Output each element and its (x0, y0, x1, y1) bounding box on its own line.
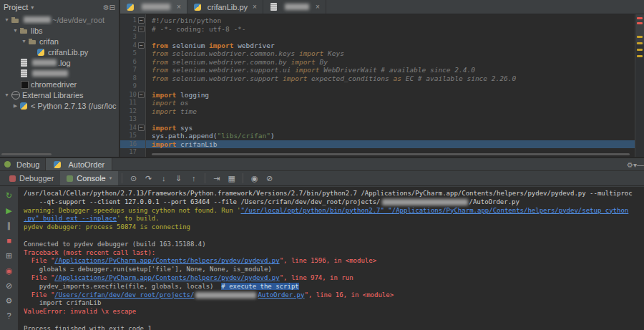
close-icon[interactable]: × (253, 3, 257, 11)
hide-panel-icon[interactable]: — (637, 161, 644, 169)
editor-horizontal-scrollbar[interactable] (152, 153, 630, 155)
tree-item-file-log[interactable]: .log (0, 57, 119, 68)
fold-marker-icon[interactable]: − (138, 26, 145, 32)
settings-gear-icon[interactable]: ⚙ (627, 161, 633, 169)
tree-item-folder-libs[interactable]: ▼libs (0, 25, 119, 36)
settings-gear-icon[interactable]: ⚙ (103, 4, 109, 11)
console-link[interactable]: /Applications/PyCharm.app/Contents/helpe… (54, 274, 279, 281)
tab-console[interactable]: Console▾ (60, 171, 118, 185)
evaluate-expression-icon[interactable]: ▦ (224, 174, 239, 183)
code-line[interactable]: from selenium.webdriver.common.by import… (152, 58, 635, 67)
line-number[interactable]: 9 (120, 82, 145, 91)
line-number[interactable]: 15 (120, 132, 145, 140)
code-line[interactable]: import logging (152, 91, 635, 100)
force-step-into-icon[interactable]: ⇓ (171, 174, 186, 183)
line-number[interactable]: 17 (120, 148, 145, 157)
console-link[interactable]: "/usr/local/opt/python/bin/python2.7" "/… (240, 207, 628, 214)
error-stripe-mark[interactable] (637, 42, 643, 44)
editor-tab-crifanlib[interactable]: crifanLib.py× (187, 0, 263, 14)
code-line[interactable]: #!/usr/bin/python (152, 16, 635, 25)
editor-tab-autoorder[interactable]: × (120, 0, 187, 14)
mute-breakpoints-icon[interactable]: ⊘ (262, 174, 277, 183)
view-breakpoints-icon[interactable]: ◉ (4, 265, 15, 276)
code-line[interactable] (152, 82, 635, 91)
view-breakpoints-icon[interactable]: ◉ (247, 174, 262, 183)
step-over-icon[interactable]: ↷ (141, 174, 156, 183)
rerun-icon[interactable]: ↻ (4, 190, 15, 201)
console-link[interactable]: /Users/crifan/dev/dev_root/projects/ (54, 291, 194, 299)
mute-breakpoints-icon[interactable]: ⊘ (4, 280, 15, 291)
line-number[interactable]: 12 (120, 107, 145, 116)
code-line[interactable]: import time (152, 107, 635, 116)
error-stripe-mark[interactable] (637, 36, 643, 38)
error-stripe-mark[interactable] (637, 22, 643, 24)
tree-item-folder-crifan[interactable]: ▼crifan (0, 36, 119, 47)
line-number[interactable]: 11 (120, 99, 145, 107)
code-line[interactable]: from selenium.webdriver.support import e… (152, 74, 635, 83)
line-number[interactable]: 16 (120, 140, 145, 149)
chevron-down-icon[interactable]: ▾ (31, 4, 34, 11)
step-into-icon[interactable]: ↓ (156, 174, 171, 183)
tree-item-file-chromedriver[interactable]: chromedriver (0, 79, 119, 89)
close-icon[interactable]: × (316, 3, 320, 11)
tree-item-file-crifanlib[interactable]: crifanLib.py (0, 47, 119, 57)
collapse-all-icon[interactable]: ⊟ (109, 4, 115, 11)
tab-debugger[interactable]: Debugger (3, 171, 60, 185)
line-number[interactable]: 3 (120, 33, 145, 42)
console-line: File "/Applications/PyCharm.app/Contents… (24, 274, 644, 283)
stop-icon[interactable]: ■ (4, 235, 15, 246)
code-line[interactable]: import crifanLib (146, 140, 635, 149)
editor-tab-redacted[interactable]: × (263, 0, 326, 14)
fold-marker-icon[interactable]: − (138, 125, 145, 131)
code-line[interactable]: sys.path.append("libs/crifan") (152, 132, 635, 140)
tree-item-external-libraries[interactable]: ▼External Libraries (0, 89, 119, 100)
code-line[interactable]: import sys (152, 124, 635, 132)
show-execution-point-icon[interactable]: ⊙ (126, 174, 141, 183)
help-icon[interactable]: ? (4, 310, 15, 321)
code-line[interactable]: import os (152, 99, 635, 107)
editor-code[interactable]: #!/usr/bin/python# -*- coding: utf-8 -*-… (146, 14, 635, 157)
line-number[interactable]: 5 (120, 49, 145, 58)
project-panel-title[interactable]: Project (4, 3, 28, 11)
chevron-expanded-icon[interactable]: ▼ (3, 17, 11, 22)
step-out-icon[interactable]: ↑ (186, 174, 201, 183)
chevron-collapsed-icon[interactable]: ▶ (11, 103, 19, 109)
console-link[interactable]: .py" build_ext --inplace (24, 215, 117, 222)
error-stripe-mark[interactable] (637, 17, 643, 19)
console-link[interactable]: AutoOrder.py (258, 291, 304, 299)
fold-marker-icon[interactable]: − (138, 92, 145, 98)
chevron-expanded-icon[interactable]: ▼ (3, 92, 11, 97)
fold-marker-icon[interactable]: − (138, 42, 145, 49)
line-number[interactable]: 6 (120, 58, 145, 67)
code-line[interactable] (152, 33, 635, 42)
close-icon[interactable]: × (177, 3, 181, 11)
error-stripe[interactable] (635, 14, 644, 157)
run-to-cursor-icon[interactable]: ⇥ (209, 174, 224, 183)
pause-icon[interactable]: ∥ (4, 220, 15, 231)
console-link[interactable]: /Applications/PyCharm.app/Contents/helpe… (54, 257, 279, 264)
chevron-expanded-icon[interactable]: ▼ (11, 28, 19, 33)
code-line[interactable]: from selenium import webdriver (152, 42, 635, 50)
line-number[interactable]: 13 (120, 115, 145, 124)
chevron-expanded-icon[interactable]: ▼ (20, 39, 28, 44)
tree-item-file-redacted[interactable] (0, 68, 119, 79)
resume-icon[interactable]: ▶ (4, 205, 15, 216)
settings-icon[interactable]: ⚙ (4, 295, 15, 306)
chevron-down-icon[interactable]: ▾ (109, 175, 112, 181)
code-line[interactable]: from selenium.webdriver.support.ui impor… (152, 66, 635, 74)
restore-layout-icon[interactable]: ⊞ (4, 250, 15, 261)
tree-item-project-root[interactable]: ▼~/dev/dev_root (0, 14, 119, 25)
line-number[interactable]: 8 (120, 74, 145, 83)
line-number[interactable]: 7 (120, 66, 145, 74)
error-stripe-mark[interactable] (637, 49, 643, 51)
code-line[interactable]: # -*- coding: utf-8 -*- (152, 25, 635, 34)
session-tab-autoorder[interactable]: AutoOrder (45, 158, 112, 170)
debug-console[interactable]: /usr/local/Cellar/python/2.7.13/Framewor… (19, 187, 644, 330)
gutter-line: 7 (120, 66, 145, 74)
fold-marker-icon[interactable]: − (138, 17, 145, 24)
code-line[interactable]: from selenium.webdriver.common.keys impo… (152, 49, 635, 58)
code-line[interactable] (152, 115, 635, 124)
tree-item-python-sdk[interactable]: ▶< Python 2.7.13 (/usr/loc (0, 100, 119, 111)
project-horizontal-scrollbar[interactable] (1, 153, 52, 155)
error-stripe-mark[interactable] (637, 55, 643, 57)
